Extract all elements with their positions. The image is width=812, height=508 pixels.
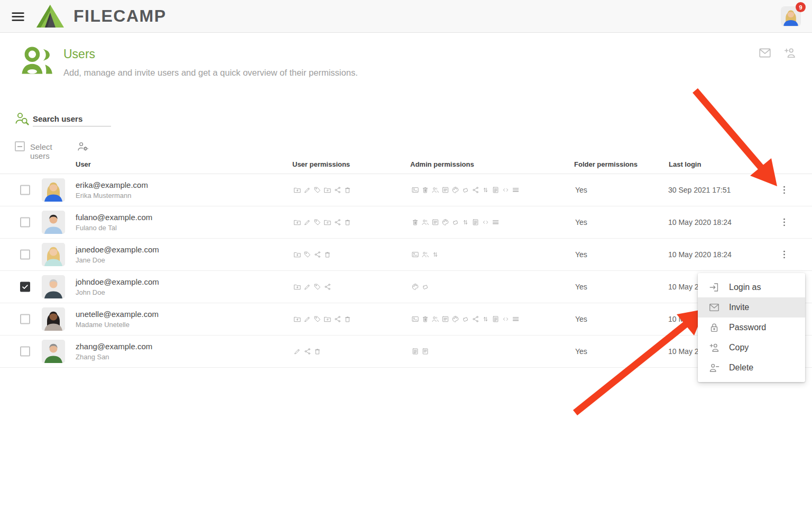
doc-icon [411,348,419,356]
kebab-menu-icon[interactable] [779,185,790,196]
search-input[interactable]: Search users [33,111,111,126]
folder-permission-value: Yes [575,186,587,194]
pencil-icon [303,186,311,194]
column-header-folder-permissions: Folder permissions [574,160,638,168]
tag-icon [313,315,321,323]
image-icon [411,251,419,259]
table-row: zhang@example.comZhang SanYes10 May 2020… [0,335,812,368]
share-icon [472,186,479,194]
folder-permission-value: Yes [575,347,587,356]
doc-icon [492,186,500,194]
hamburger-icon[interactable] [11,10,24,23]
user-name: Jane Doe [76,256,159,264]
sort-icon [462,219,469,226]
menu-item-label: Invite [729,303,749,312]
trash-icon [344,186,352,194]
admin-permissions [411,219,500,226]
folder-plus-icon [293,186,301,194]
user-name: Madame Unetelle [76,321,159,329]
table-row: johndoe@example.comJohn DoeYes10 May 202… [0,271,812,303]
users-icon [421,219,429,226]
admin-permissions [411,283,429,291]
login-icon [708,282,720,293]
last-login-value: 10 May 2020 18:24 [668,250,732,259]
folder-permission-value: Yes [575,315,587,323]
column-header-user-permissions: User permissions [292,160,350,168]
person-minus-icon [708,362,720,374]
users-page-icon [17,44,57,79]
menu-item-login-as[interactable]: Login as [698,277,805,297]
logo-triangle-icon [36,4,64,28]
user-identity: unetelle@example.comMadame Unetelle [76,310,159,329]
row-checkbox[interactable] [20,282,30,292]
menu-item-label: Copy [729,343,749,352]
person-plus-icon [708,342,720,353]
brand-logo[interactable]: FILECAMP [36,4,167,28]
form-icon [441,315,449,323]
doc-icon [472,219,479,226]
tag-icon [313,219,321,226]
folder-plus-icon [293,283,301,291]
menu-item-delete[interactable]: Delete [698,358,805,378]
row-checkbox[interactable] [20,314,30,324]
row-checkbox[interactable] [20,250,30,260]
menu-item-copy[interactable]: Copy [698,338,805,358]
image-icon [411,315,419,323]
share-icon [472,315,479,323]
folder-permission-value: Yes [575,283,587,291]
share-icon [324,283,331,291]
share-icon [313,251,321,259]
select-all-checkbox[interactable] [15,141,25,151]
user-identity: johndoe@example.comJohn Doe [76,277,159,296]
row-checkbox[interactable] [20,347,30,357]
row-context-menu: Login asInvitePasswordCopyDelete [698,273,805,382]
kebab-menu-icon[interactable] [779,217,790,228]
code-icon [482,219,490,226]
row-checkbox[interactable] [20,217,30,228]
user-email: fulano@example.com [76,213,152,222]
pencil-icon [303,283,311,291]
code-icon [502,315,510,323]
table-row: erika@example.comErika MustermannYes30 S… [0,174,812,206]
user-permissions [293,283,331,291]
users-icon [431,315,439,323]
kebab-menu-icon[interactable] [779,249,790,260]
user-permissions [293,315,352,323]
doc2-icon [421,348,429,356]
form-icon [441,186,449,194]
menu-item-password[interactable]: Password [698,318,805,338]
user-name: Erika Mustermann [76,192,148,199]
annotation-arrow-kebab [695,90,777,186]
trash-icon [324,251,331,259]
menu-item-invite[interactable]: Invite [698,297,805,318]
user-email: janedoe@example.com [76,245,159,254]
row-checkbox[interactable] [20,185,30,195]
pencil-icon [303,219,311,226]
share-icon [334,186,342,194]
user-avatar [42,243,65,266]
users-icon [431,186,439,194]
last-login-value: 30 Sep 2021 17:51 [668,186,731,194]
user-settings-button[interactable] [77,140,89,152]
admin-permissions [411,315,520,323]
note-icon [462,186,469,194]
remove-users-button[interactable] [96,140,108,152]
invite-users-button[interactable] [758,46,772,60]
user-permissions [293,348,321,356]
form-icon [431,219,439,226]
palette-icon [411,283,419,291]
add-user-button[interactable] [783,46,797,60]
list-icon [512,315,520,323]
folder-permission-value: Yes [575,218,587,226]
envelope-icon [708,302,720,313]
pencil-icon [303,315,311,323]
code-icon [502,186,510,194]
note-icon [451,219,459,226]
search-users-icon[interactable] [14,111,30,126]
notification-badge[interactable]: 9 [796,2,806,12]
user-permissions [293,251,331,259]
user-avatar [42,340,65,363]
bin-icon [421,315,429,323]
sort-icon [482,186,490,194]
column-header-last-login: Last login [669,160,701,168]
